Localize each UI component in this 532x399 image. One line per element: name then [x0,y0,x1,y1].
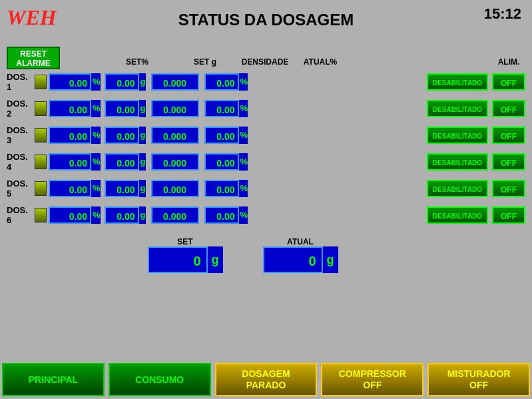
desabilitado-button[interactable]: DESABILITADO [427,180,488,197]
set-pct-field[interactable]: 0.00 [49,206,91,224]
alim-off-button[interactable]: OFF [492,73,525,91]
dos-label: DOS. 1 [7,72,35,92]
density-field[interactable]: 0.000 [151,206,199,224]
principal-button[interactable]: PRINCIPAL [2,363,105,396]
dos-label: DOS. 5 [7,179,35,199]
pct-unit: % [91,206,101,224]
set-pct-field[interactable]: 0.00 [49,180,91,197]
atual-value[interactable]: 0 [263,246,323,273]
logo: WEH [7,5,57,30]
dos-label: DOS. 3 [7,125,35,145]
clock: 15:12 [484,5,521,23]
misturador-off-button[interactable]: MISTURADOROFF [427,363,530,396]
set-g-field[interactable]: 0.00 [105,206,139,224]
set-g-field[interactable]: 0.00 [105,127,139,144]
atual-field[interactable]: 0.00 [204,153,239,171]
indicator-box [35,208,47,222]
table-row: DOS. 4 0.00% 0.00g 0.000 0.00% DESABILIT… [7,149,525,175]
col-header-set-pct: SET% [108,57,166,67]
atual-field[interactable]: 0.00 [204,100,239,117]
alim-off-button[interactable]: OFF [492,127,525,144]
atual-pct-unit: % [239,100,248,117]
atual-field[interactable]: 0.00 [204,73,239,91]
atual-field[interactable]: 0.00 [204,180,239,197]
pct-unit: % [91,153,101,171]
g-unit: g [139,127,146,144]
dos-label: DOS. 4 [7,152,35,172]
col-header-densidade: DENSIDADE [241,57,289,67]
dos-label: DOS. 6 [7,205,35,225]
table-row: DOS. 3 0.00% 0.00g 0.000 0.00% DESABILIT… [7,123,525,148]
dos-label: DOS. 2 [7,99,35,119]
atual-unit: g [323,246,338,273]
compressor-off-button[interactable]: COMPRESSOROFF [321,363,423,396]
indicator-box [35,181,47,196]
col-header-alim: ALIM. [492,57,525,67]
density-field[interactable]: 0.000 [151,153,199,171]
col-header-atual: ATUAL% [294,57,346,67]
set-label: SET [177,237,192,246]
pct-unit: % [91,100,101,117]
set-g-field[interactable]: 0.00 [105,100,139,117]
indicator-box [35,128,47,143]
col-header-set-g: SET g [180,57,230,67]
reset-alarm-button[interactable]: RESETALARME [7,47,60,69]
pct-unit: % [91,127,101,144]
atual-pct-unit: % [239,127,248,144]
atual-field[interactable]: 0.00 [204,127,239,144]
header: WEH STATUS DA DOSAGEM 15:12 [0,0,532,40]
g-unit: g [139,100,146,117]
page-title: STATUS DA DOSAGEM [178,11,354,29]
density-field[interactable]: 0.000 [151,180,199,197]
consumo-button[interactable]: CONSUMO [109,363,211,396]
pct-unit: % [91,180,101,197]
set-pct-field[interactable]: 0.00 [49,153,91,171]
desabilitado-button[interactable]: DESABILITADO [427,100,488,117]
atual-pct-unit: % [239,180,248,197]
set-g-field[interactable]: 0.00 [105,73,139,91]
atual-label: ATUAL [287,237,314,246]
indicator-box [35,75,47,89]
set-field-wrap: 0g [148,246,223,273]
table-row: DOS. 5 0.00% 0.00g 0.000 0.00% DESABILIT… [7,176,525,201]
set-g-field[interactable]: 0.00 [105,153,139,171]
density-field[interactable]: 0.000 [151,73,199,91]
set-pct-field[interactable]: 0.00 [49,73,91,91]
set-value[interactable]: 0 [148,246,208,273]
dosagem-parado-button[interactable]: DOSAGEMPARADO [215,363,318,396]
g-unit: g [139,206,146,224]
indicator-box [35,101,47,116]
alim-off-button[interactable]: OFF [492,153,525,171]
pct-unit: % [91,73,101,91]
alim-off-button[interactable]: OFF [492,206,525,224]
atual-pct-unit: % [239,153,248,171]
table-row: DOS. 6 0.00% 0.00g 0.000 0.00% DESABILIT… [7,202,525,228]
indicator-box [35,155,47,169]
g-unit: g [139,153,146,171]
desabilitado-button[interactable]: DESABILITADO [427,153,488,171]
g-unit: g [139,73,146,91]
footer: PRINCIPAL CONSUMO DOSAGEMPARADO COMPRESS… [0,360,532,399]
atual-pct-unit: % [239,73,248,91]
set-g-field[interactable]: 0.00 [105,180,139,197]
alim-off-button[interactable]: OFF [492,180,525,197]
atual-field[interactable]: 0.00 [204,206,239,224]
set-unit: g [208,246,223,273]
dos-table: DOS. 1 0.00% 0.00g 0.000 0.00% DESABILIT… [0,69,532,228]
atual-pct-unit: % [239,206,248,224]
desabilitado-button[interactable]: DESABILITADO [427,73,488,91]
table-row: DOS. 2 0.00% 0.00g 0.000 0.00% DESABILIT… [7,96,525,121]
density-field[interactable]: 0.000 [151,100,199,117]
density-field[interactable]: 0.000 [151,127,199,144]
alim-off-button[interactable]: OFF [492,100,525,117]
set-pct-field[interactable]: 0.00 [49,100,91,117]
atual-field-wrap: 0g [263,246,338,273]
table-row: DOS. 1 0.00% 0.00g 0.000 0.00% DESABILIT… [7,69,525,95]
desabilitado-button[interactable]: DESABILITADO [427,127,488,144]
g-unit: g [139,180,146,197]
set-pct-field[interactable]: 0.00 [49,127,91,144]
desabilitado-button[interactable]: DESABILITADO [427,206,488,224]
